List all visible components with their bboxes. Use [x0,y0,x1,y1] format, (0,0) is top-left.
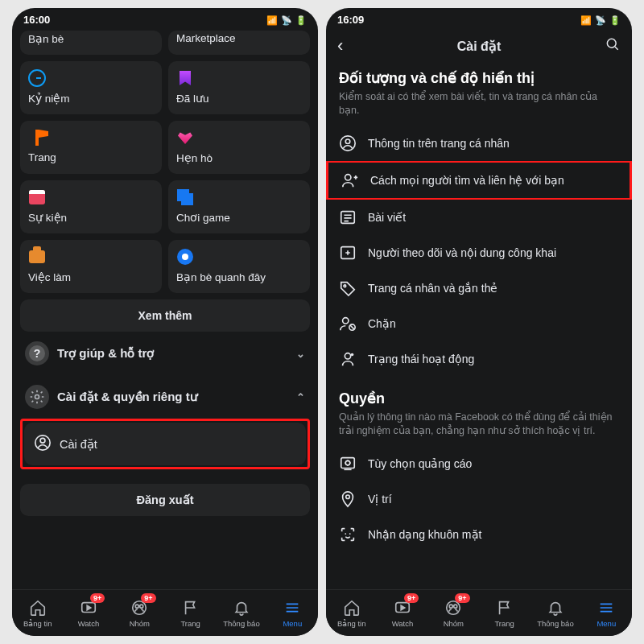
help-label: Trợ giúp & hỗ trợ [57,346,154,361]
tile-memories[interactable]: Kỷ niệm [20,61,162,114]
item-label: Người theo dõi và nội dung công khai [368,246,556,259]
tab-label: Watch [78,619,100,628]
item-profile-info[interactable]: Thông tin trên trang cá nhân [326,126,632,161]
section-permissions: Quyền Quản lý thông tin nào mà Facebook … [326,377,632,446]
settings-privacy-label: Cài đặt & quyền riêng tư [57,390,198,404]
settings-button[interactable]: Cài đặt [24,423,306,465]
search-icon [605,36,621,52]
tile-saved[interactable]: Đã lưu [168,61,310,114]
item-label: Nhận dạng khuôn mặt [368,528,481,541]
badge: 9+ [455,593,469,603]
status-icons [266,14,307,26]
tab-feed[interactable]: Bảng tin [12,590,63,636]
svg-point-9 [345,139,350,144]
flag-icon [182,599,200,617]
item-label: Tùy chọn quảng cáo [368,457,472,470]
tile-dating[interactable]: Hẹn hò [168,121,310,174]
face-recognition-icon [339,526,357,543]
tile-pages[interactable]: Trang [20,121,162,174]
tab-label: Nhóm [444,619,464,628]
item-blocking[interactable]: Chặn [326,306,632,341]
tile-label: Đã lưu [176,92,302,105]
logout-label: Đăng xuất [136,493,193,506]
tile-label: Trang [28,151,154,163]
item-face-recognition[interactable]: Nhận dạng khuôn mặt [326,517,632,552]
item-label: Thông tin trên trang cá nhân [368,137,510,150]
tile-friends[interactable]: Bạn bè [20,31,162,55]
svg-point-13 [344,285,346,287]
tab-notifications[interactable]: Thông báo [216,590,266,636]
badge: 9+ [90,593,105,603]
tag-icon [339,279,357,297]
tab-bar: Bảng tin 9+ Watch 9+ Nhóm Trang Thông bá… [326,589,632,636]
settings-label: Cài đặt [60,438,97,451]
item-find-contact[interactable]: Cách mọi người tìm và liên hệ với bạn [326,161,632,200]
chevron-down-icon: ⌄ [296,348,305,360]
tab-notifications[interactable]: Thông báo [530,590,580,636]
tab-feed[interactable]: Bảng tin [326,590,377,636]
svg-rect-18 [341,457,355,468]
item-label: Bài viết [368,211,406,224]
tab-groups[interactable]: 9+ Nhóm [428,590,479,636]
svg-point-5 [136,605,139,608]
see-more-label: Xem thêm [138,309,192,322]
item-ad-preferences[interactable]: Tùy chọn quảng cáo [326,446,632,481]
badge: 9+ [404,593,419,603]
svg-point-2 [40,438,45,443]
svg-point-0 [35,395,39,399]
page-title: Cài đặt [357,39,601,54]
tab-groups[interactable]: 9+ Nhóm [114,590,165,636]
item-location[interactable]: Vị trí [326,481,632,517]
tab-menu[interactable]: Menu [581,590,632,636]
tile-jobs[interactable]: Việc làm [20,240,162,293]
item-label: Vị trí [368,493,392,506]
tab-pages[interactable]: Trang [479,590,530,636]
logout-button[interactable]: Đăng xuất [20,484,310,516]
location-icon [339,490,357,508]
item-label: Trạng thái hoạt động [368,353,474,365]
tile-label: Hẹn hò [176,151,302,164]
item-label: Trang cá nhân và gắn thẻ [368,282,497,295]
help-icon: ? [25,341,49,365]
svg-point-14 [343,317,349,323]
tile-label: Bạn bè [28,32,154,45]
settings-privacy-row[interactable]: Cài đặt & quyền riêng tư ⌃ [20,375,310,419]
home-icon [343,599,361,617]
tile-marketplace[interactable]: Marketplace [168,31,310,55]
find-contact-icon [341,171,359,189]
tab-watch[interactable]: 9+ Watch [63,590,114,636]
events-icon [28,188,46,206]
tab-pages[interactable]: Trang [165,590,216,636]
memories-icon [28,69,46,87]
wifi-icon [595,14,606,26]
clock: 16:00 [23,14,50,26]
help-support-row[interactable]: ? Trợ giúp & hỗ trợ ⌄ [20,332,310,375]
item-active-status[interactable]: Trạng thái hoạt động [326,341,632,377]
tab-label: Nhóm [130,619,150,628]
blocking-icon [339,315,357,332]
tile-nearby-friends[interactable]: Bạn bè quanh đây [168,240,310,293]
item-followers[interactable]: Người theo dõi và nội dung công khai [326,235,632,270]
status-icons [580,14,621,26]
gear-icon [25,385,49,409]
item-profile-tagging[interactable]: Trang cá nhân và gắn thẻ [326,270,632,306]
item-posts[interactable]: Bài viết [326,200,632,235]
tile-events[interactable]: Sự kiện [20,180,162,233]
tab-label: Watch [392,619,414,628]
tab-menu[interactable]: Menu [267,590,318,636]
chevron-up-icon: ⌃ [296,391,305,403]
pages-icon [28,129,46,147]
tab-label: Thông báo [223,619,259,628]
svg-point-20 [346,494,350,498]
menu-grid: Bạn bè Marketplace Kỷ niệm Đã lưu Trang … [20,31,310,293]
status-bar: 16:00 [12,8,318,31]
see-more-button[interactable]: Xem thêm [20,299,310,332]
search-button[interactable] [601,36,621,56]
section-title: Đối tượng và chế độ hiển thị [339,69,619,87]
tab-watch[interactable]: 9+ Watch [377,590,427,636]
back-button[interactable]: ‹ [337,35,357,56]
tile-gaming[interactable]: Chơi game [168,180,310,233]
svg-point-19 [345,460,350,465]
badge: 9+ [141,593,155,603]
screen-settings: 16:09 ‹ Cài đặt Đối tượng và chế độ hiển… [326,8,632,636]
